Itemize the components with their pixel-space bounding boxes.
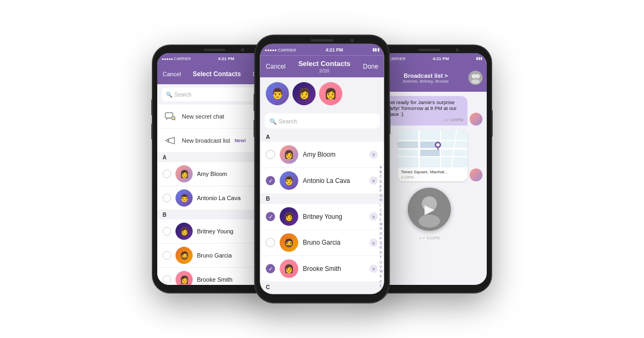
sel-avatar-brooke: 👩 [319,82,342,105]
chat-title-3: Broadcast list > [385,72,466,79]
avatar-britney-2: 👩 [280,207,298,226]
sel-avatar-antonio: 👨 [266,82,289,105]
chat-subtitle-3: Antonio, Britney, Brooke [385,79,466,84]
checkbox-britney-2[interactable]: ✓ [266,212,275,221]
svg-text:v: v [372,152,375,157]
secret-chat-icon: 🔒 [163,109,178,124]
search-input-2[interactable]: 🔍 Search [265,113,379,128]
checkbox-britney-1[interactable] [163,227,171,236]
svg-point-24 [472,74,476,78]
svg-point-25 [475,74,480,78]
contact-bruno-2[interactable]: 🧔 Bruno Garcia v [260,230,384,256]
avatar-britney-1: 👩 [175,223,193,240]
map-bubble[interactable]: Times Square, Manhat... 4:19PM [398,130,467,181]
cancel-button-1[interactable]: Cancel [163,71,181,77]
viber-icon-antonio-2: v [369,176,378,185]
search-placeholder-2: Search [279,117,297,124]
message-row-3: ▶ [376,188,482,231]
carrier-1: ●●●●● CARRIER [162,57,191,61]
map-svg [398,130,467,167]
search-bar-2: 🔍 Search [260,110,384,132]
done-button-2[interactable]: Done [363,63,378,70]
phone-speaker-3 [419,49,440,51]
phone-vol-up [151,99,153,115]
phone-camera-2 [350,39,354,42]
svg-text:v: v [372,178,375,183]
new-badge: New! [235,138,246,143]
nav-title-1: Select Contacts [193,70,241,78]
checkbox-bruno-1[interactable] [163,251,171,260]
checkbox-brooke-1[interactable] [163,275,171,284]
name-antonio-2: Antonio La Cava [303,177,364,184]
viber-icon-britney-2: v [369,212,378,221]
name-amy-2: Amy Bloom [303,151,364,158]
sender-avatar-2 [470,168,482,181]
time-3: 4:21 PM [433,56,449,61]
contact-amy-2[interactable]: 👩 Amy Bloom v [260,142,384,168]
avatar-brooke-2: 👩 [280,259,298,278]
play-icon: ▶ [425,202,434,217]
svg-point-38 [436,143,440,146]
checkbox-amy-1[interactable] [163,170,171,178]
svg-point-26 [471,79,480,84]
phone-vol-down-2 [254,120,255,137]
section-b-2: B [260,194,384,203]
svg-text:🔒: 🔒 [172,116,176,121]
read-icon: ✓✓ [419,236,426,240]
time-1: 4:21 PM [218,56,234,61]
phone-vol-up-2 [254,94,255,111]
map-image [398,130,467,167]
checkbox-amy-2[interactable] [266,150,275,159]
checkbox-bruno-2[interactable] [266,238,275,247]
video-bubble[interactable]: ▶ [408,188,451,231]
name-brooke-1: Brooke Smith [197,276,254,283]
nav-title-2: Select Contacts 2/20 [298,60,350,74]
message-row-2: Times Square, Manhat... 4:19PM [376,130,482,181]
name-amy-1: Amy Bloom [197,171,254,177]
section-c-2: C [260,282,384,292]
chat-avatar-3 [469,71,482,85]
checkbox-antonio-1[interactable] [163,194,171,202]
cancel-button-2[interactable]: Cancel [266,63,286,70]
phone-speaker [204,49,225,51]
video-time-row: ✓✓ 4:21PM [376,236,482,240]
search-input-1[interactable]: 🔍 Search [162,87,268,101]
avatar-amy-1: 👩 [175,165,193,182]
checkbox-brooke-2[interactable]: ✓ [266,264,275,273]
viber-icon-brooke-2: v [369,264,378,273]
message-text-1: Get ready for Jamie's surprise party! To… [387,99,463,117]
avatar-bruno-2: 🧔 [280,233,298,252]
carrier-2: ●●●●● CARRIER [265,48,296,52]
name-brooke-2: Brooke Smith [303,265,364,272]
search-icon-1: 🔍 [166,92,172,98]
status-bar-3: ●●●●● CARRIER 4:21 PM ▮▮▮ [372,53,487,64]
name-bruno-1: Bruno Garcia [197,252,254,259]
chat-nav-info-3: Broadcast list > Antonio, Britney, Brook… [385,72,466,84]
chat-nav-3: ‹ 1 Broadcast list > Antonio, Britney, B… [372,64,487,92]
contact-britney-2[interactable]: ✓ 👩 Britney Young v [260,204,384,230]
message-bubble-1: Get ready for Jamie's surprise party! To… [383,96,467,126]
status-icons-3: ▮▮▮ [476,56,482,61]
contact-brooke-2[interactable]: ✓ 👩 Brooke Smith v [260,256,384,282]
video-time: 4:21PM [427,236,440,240]
checkbox-antonio-2[interactable]: ✓ [266,176,275,185]
avatar-amy-2: 👩 [280,145,298,164]
contact-antonio-2[interactable]: ✓ 👨 Antonio La Cava v [260,168,384,194]
battery-icon-3: ▮▮▮ [476,56,482,61]
status-icons-2: ▮▮▮ [372,47,379,52]
selected-avatars-row: 👨 👩 👩 [260,77,384,109]
search-placeholder-1: Search [174,92,192,98]
avatar-brooke-1: 👩 [175,271,193,285]
time-2: 4:21 PM [326,47,343,53]
phone-2-screen: ●●●●● CARRIER 4:21 PM ▮▮▮ Cancel Select … [260,44,384,295]
alphabet-sidebar-2: A B C D E F G H I J K L M N O P Q R S T [379,166,383,289]
phone-camera [241,48,244,52]
avatar-bruno-1: 🧔 [175,247,193,264]
secret-chat-label: New secret chat [182,113,224,120]
phone-vol-down [151,123,153,139]
avatar-antonio-1: 👨 [175,189,193,207]
nav-subtitle-2: 2/20 [298,68,350,74]
name-britney-2: Britney Young [303,213,364,220]
section-a-2: A [260,132,384,142]
phone-power-2 [389,105,390,134]
